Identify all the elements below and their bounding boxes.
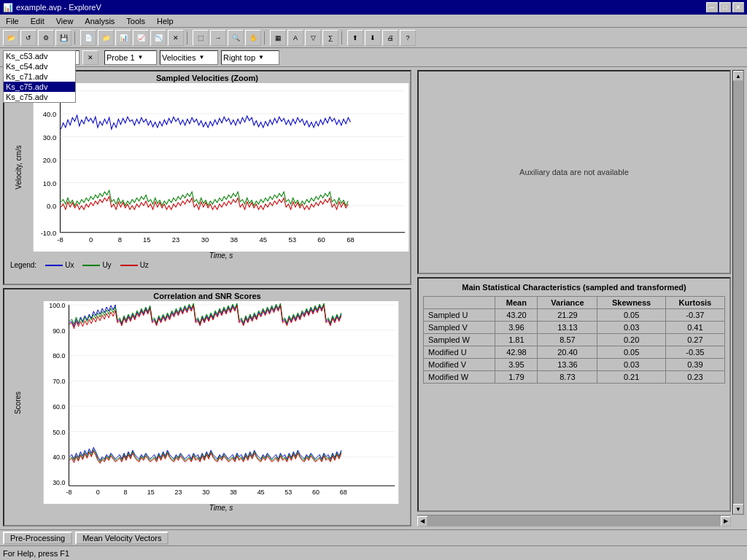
stats-header-label xyxy=(424,297,495,309)
sep3 xyxy=(264,31,267,44)
table-row: Sampled W 1.81 8.57 0.20 0.27 xyxy=(424,334,725,346)
position-dropdown[interactable]: Right top ▼ xyxy=(221,50,279,65)
menu-file[interactable]: File xyxy=(3,16,22,26)
import-button[interactable]: ⬇ xyxy=(365,30,381,46)
velocity-legend: Legend: Ux Uy Uz xyxy=(4,260,410,271)
config-button[interactable]: ⚙ xyxy=(38,30,54,46)
table-row: Sampled U 43.20 21.29 0.05 -0.37 xyxy=(424,309,725,322)
snr-x-label: Time, s xyxy=(32,504,410,512)
new-button[interactable]: 📄 xyxy=(80,30,96,46)
row-skewness: 0.20 xyxy=(597,334,665,346)
chart-button[interactable]: 📊 xyxy=(115,30,131,46)
open-button[interactable]: 📂 xyxy=(3,30,19,46)
svg-text:50.0: 50.0 xyxy=(53,429,65,436)
arrow-button[interactable]: → xyxy=(210,30,226,46)
stats-button[interactable]: ∑ xyxy=(322,30,338,46)
pan-button[interactable]: ✋ xyxy=(245,30,261,46)
file-list-item[interactable]: Ks_c71.adv xyxy=(4,71,75,82)
status-bar: For Help, press F1 xyxy=(0,545,747,560)
chart2-button[interactable]: 📈 xyxy=(133,30,149,46)
menu-edit[interactable]: Edit xyxy=(28,16,47,26)
close-button[interactable]: ✕ xyxy=(732,2,744,12)
velocity-x-label: Time, s xyxy=(32,252,410,260)
grid-button[interactable]: ▦ xyxy=(270,30,286,46)
tab-preprocessing[interactable]: Pre-Processing xyxy=(3,532,72,545)
svg-text:20.0: 20.0 xyxy=(43,156,56,164)
velocity-dropdown[interactable]: Velocities ▼ xyxy=(160,50,218,65)
svg-text:38: 38 xyxy=(231,236,239,244)
row-variance: 8.73 xyxy=(538,371,597,384)
row-kurtosis: 0.27 xyxy=(665,334,724,346)
scroll-right-button[interactable]: ▶ xyxy=(721,516,731,526)
open2-button[interactable]: 📁 xyxy=(98,30,114,46)
file-list-item[interactable]: Ks_c75.adv xyxy=(4,92,75,102)
reload-button[interactable]: ↺ xyxy=(20,30,36,46)
snr-chart-panel: Correlation and SNR Scores Scores xyxy=(3,288,411,526)
stats-table: Mean Variance Skewness Kurtosis Sampled … xyxy=(423,296,725,384)
svg-text:-8: -8 xyxy=(57,236,63,244)
row-mean: 3.96 xyxy=(495,322,538,334)
sep2 xyxy=(187,31,190,44)
svg-text:23: 23 xyxy=(174,489,182,496)
chart3-button[interactable]: 📉 xyxy=(150,30,166,46)
row-variance: 8.57 xyxy=(538,334,597,346)
vertical-scrollbar[interactable]: ▲ ▼ xyxy=(732,70,744,515)
svg-text:40.0: 40.0 xyxy=(53,454,65,461)
row-mean: 1.79 xyxy=(495,371,538,384)
velocity-y-label: Velocity, cm/s xyxy=(15,145,23,189)
legend-uz: Uz xyxy=(120,261,149,269)
row-kurtosis: -0.35 xyxy=(665,346,724,359)
scroll-up-button[interactable]: ▲ xyxy=(733,71,743,81)
file-list-item[interactable]: Ks_c53.adv xyxy=(4,51,75,61)
row-variance: 20.40 xyxy=(538,346,597,359)
minimize-button[interactable]: ─ xyxy=(706,2,718,12)
filter-button[interactable]: ▽ xyxy=(305,30,321,46)
file-delete-button[interactable]: ✕ xyxy=(82,50,98,65)
velocity-dropdown-arrow: ▼ xyxy=(198,54,204,61)
svg-text:0.0: 0.0 xyxy=(47,202,56,210)
delete-button[interactable]: ✕ xyxy=(168,30,184,46)
stats-title: Main Statistical Characteristics (sample… xyxy=(423,283,725,292)
row-kurtosis: 0.39 xyxy=(665,359,724,371)
probe-dropdown[interactable]: Probe 1 ▼ xyxy=(104,50,157,65)
row-label: Sampled U xyxy=(424,309,495,322)
svg-text:68: 68 xyxy=(340,489,347,496)
save-button[interactable]: 💾 xyxy=(55,30,71,46)
velocity-y-axis: Velocity, cm/s xyxy=(4,83,32,252)
svg-text:45: 45 xyxy=(260,236,268,244)
row-mean: 3.95 xyxy=(495,359,538,371)
label-button[interactable]: A xyxy=(287,30,303,46)
sep1 xyxy=(74,31,77,44)
svg-rect-0 xyxy=(34,83,409,252)
export-button[interactable]: ⬆ xyxy=(347,30,363,46)
tab-mean-velocity[interactable]: Mean Velocity Vectors xyxy=(75,532,169,545)
row-label: Modified U xyxy=(424,346,495,359)
maximize-button[interactable]: □ xyxy=(719,2,731,12)
scroll-down-button[interactable]: ▼ xyxy=(733,504,743,514)
row-kurtosis: 0.23 xyxy=(665,371,724,384)
print-button[interactable]: 🖨 xyxy=(382,30,398,46)
zoom-button[interactable]: 🔍 xyxy=(228,30,244,46)
horizontal-scrollbar[interactable]: ◀ ▶ xyxy=(417,515,731,526)
menu-help[interactable]: Help xyxy=(154,16,177,26)
status-text: For Help, press F1 xyxy=(3,549,69,558)
app-icon: 📊 xyxy=(3,3,13,12)
menu-analysis[interactable]: Analysis xyxy=(82,16,117,26)
file-list-item[interactable]: Ks_c54.adv xyxy=(4,61,75,71)
velocity-svg-container: 50.0 40.0 30.0 20.0 10.0 0.0 -10.0 -8 0 … xyxy=(32,83,410,252)
row-skewness: 0.21 xyxy=(597,371,665,384)
probe-dropdown-arrow: ▼ xyxy=(138,54,144,61)
main-content: Sampled Velocities (Zoom) Velocity, cm/s xyxy=(0,67,747,529)
row-skewness: 0.05 xyxy=(597,309,665,322)
svg-text:80.0: 80.0 xyxy=(53,352,65,359)
svg-text:15: 15 xyxy=(143,236,151,244)
scroll-track[interactable] xyxy=(733,81,743,504)
select-button[interactable]: ⬚ xyxy=(193,30,209,46)
menu-bar: File Edit View Analysis Tools Help xyxy=(0,15,747,28)
menu-view[interactable]: View xyxy=(53,16,77,26)
menu-tools[interactable]: Tools xyxy=(123,16,148,26)
scroll-left-button[interactable]: ◀ xyxy=(417,516,427,526)
help-button[interactable]: ? xyxy=(400,30,416,46)
file-list-item-selected[interactable]: Ks_c75.adv xyxy=(4,82,75,92)
hscroll-track[interactable] xyxy=(427,516,721,526)
